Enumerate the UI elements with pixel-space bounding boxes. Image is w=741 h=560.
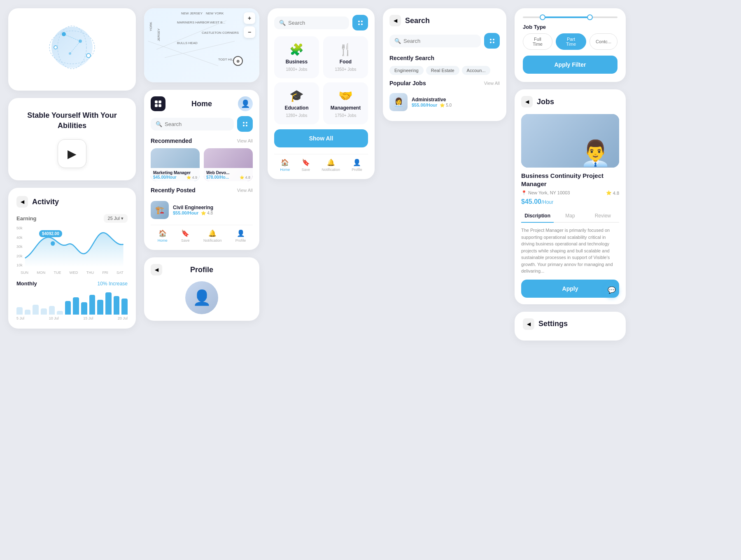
- days-row: SUN MON TUE WED THU FRI SAT: [16, 271, 128, 275]
- nav-home[interactable]: 🏠 Home: [158, 229, 168, 243]
- cat-nav-notification[interactable]: 🔔 Notification: [322, 159, 340, 172]
- jobs-detail-title: Jobs: [537, 98, 554, 106]
- profile-title: Profile: [190, 266, 213, 274]
- tag-engineering[interactable]: Engineering: [389, 66, 424, 75]
- home-search-input[interactable]: [165, 121, 229, 127]
- chat-button[interactable]: 💬: [604, 283, 619, 298]
- home-search-input-wrap[interactable]: 🔍: [151, 118, 234, 131]
- category-action-button[interactable]: [352, 15, 368, 30]
- earning-chart: $4092.00 50k 40k 30k 20k 10k: [16, 226, 128, 267]
- search-screen-title: Search: [405, 16, 430, 25]
- cat-nav-save[interactable]: 🔖 Save: [302, 159, 310, 172]
- profile-back-button[interactable]: ◀: [151, 264, 162, 275]
- category-business[interactable]: 🧩 Business 1800+ Jobs: [274, 36, 319, 78]
- profile-nav-icon: 👤: [237, 229, 245, 237]
- bar: [105, 292, 112, 315]
- business-count: 1800+ Jobs: [286, 67, 308, 72]
- action-dots-cat: [358, 21, 363, 25]
- tab-map[interactable]: Map: [554, 210, 586, 222]
- range-thumb-left[interactable]: [540, 14, 545, 20]
- category-management[interactable]: 🤝 Management 1750+ Jobs: [323, 82, 368, 124]
- cat-profile-icon: 👤: [353, 159, 361, 166]
- logo-dot: [155, 104, 158, 107]
- cat-save-icon: 🔖: [302, 159, 310, 166]
- category-food[interactable]: 🍴 Food 1350+ Jobs: [323, 36, 368, 78]
- user-avatar: 👤: [238, 96, 253, 111]
- filter-card: Job Type Full Time Part Time Contc... Ap…: [515, 8, 626, 82]
- nav-profile[interactable]: 👤 Profile: [235, 229, 246, 243]
- date-badge[interactable]: 25 Jul ▾: [104, 214, 128, 223]
- admin-job-rating: ⭐ 5.0: [440, 103, 452, 107]
- activity-back-button[interactable]: ◀: [16, 196, 28, 208]
- notif-nav-label: Notification: [203, 238, 222, 243]
- recently-posted-row: Recently Posted View All: [151, 187, 253, 194]
- bar: [41, 308, 47, 315]
- stable-card: Stable Yourself With Your Abilities ▶: [8, 98, 136, 180]
- profile-avatar: 👤: [185, 281, 218, 314]
- bar: [16, 307, 23, 315]
- cat-nav-home[interactable]: 🏠 Home: [280, 159, 290, 172]
- full-time-button[interactable]: Full Time: [523, 33, 552, 50]
- home-nav-icon: 🏠: [158, 229, 167, 237]
- nav-save[interactable]: 🔖 Save: [181, 229, 190, 243]
- cat-nav-profile[interactable]: 👤 Profile: [352, 159, 362, 172]
- tab-review[interactable]: Review: [587, 210, 619, 222]
- search-screen-header: ◀ Search: [389, 15, 500, 26]
- job-card-marketing[interactable]: Marketing Manager $45.00/Hour ⭐ 4.9: [151, 148, 200, 181]
- business-label: Business: [286, 59, 308, 65]
- contract-button[interactable]: Contc...: [590, 33, 618, 50]
- tag-realestate[interactable]: Real Estate: [426, 66, 459, 75]
- food-count: 1350+ Jobs: [335, 67, 357, 72]
- range-thumb-right[interactable]: [587, 14, 593, 20]
- bar-dates: 5 Jul 10 Jul 15 Jul 20 Jul: [16, 316, 128, 320]
- view-all-recent[interactable]: View All: [237, 188, 253, 193]
- range-track: [523, 16, 618, 18]
- svg-point-8: [86, 54, 91, 58]
- bar: [49, 306, 55, 315]
- settings-back-button[interactable]: ◀: [523, 318, 534, 330]
- profile-nav-label: Profile: [235, 238, 246, 243]
- category-search-wrap[interactable]: 🔍: [274, 16, 349, 29]
- svg-line-6: [70, 41, 80, 54]
- administrative-job-item[interactable]: 👩‍💼 Administrative $55.00/Hour ⭐ 5.0: [389, 90, 500, 114]
- civil-job-meta: $55.00/Hour ⭐ 4.8: [173, 210, 253, 215]
- category-education[interactable]: 🎓 Education 1280+ Jobs: [274, 82, 319, 124]
- admin-job-info: Administrative $55.00/Hour ⭐ 5.0: [412, 97, 500, 107]
- jobs-back-button[interactable]: ◀: [521, 96, 533, 107]
- job-card-webdev[interactable]: Web Devo... $78.00/Ho... ⭐ 4.8: [204, 148, 253, 181]
- home-app-title: Home: [191, 100, 212, 108]
- search-screen-card: ◀ Search 🔍 Recently Search Engineering R…: [383, 8, 506, 121]
- nav-notification[interactable]: 🔔 Notification: [203, 229, 222, 243]
- monthly-bar-chart: [16, 290, 128, 315]
- civil-job-price: $55.00/Hour: [173, 210, 198, 215]
- search-screen-input-wrap[interactable]: 🔍: [389, 35, 481, 47]
- bar: [33, 305, 39, 315]
- apply-filter-button[interactable]: Apply Filter: [523, 56, 618, 74]
- marketing-job-rating: ⭐ 4.9: [186, 175, 197, 180]
- search-screen-input[interactable]: [403, 38, 476, 44]
- tab-description[interactable]: Discription: [521, 210, 554, 223]
- search-back-button[interactable]: ◀: [389, 15, 401, 26]
- profile-header: ◀ Profile: [151, 264, 253, 275]
- job-type-section: Job Type Full Time Part Time Contc...: [523, 24, 618, 50]
- recommended-section-row: Recommended View All: [151, 138, 253, 144]
- search-action-dots: [490, 39, 494, 43]
- category-search-input[interactable]: [288, 20, 344, 26]
- show-all-button[interactable]: Show All: [274, 129, 368, 147]
- webdev-job-title: Web Devo...: [206, 170, 250, 175]
- earning-chart-svg: [16, 226, 128, 267]
- part-time-button[interactable]: Part Time: [556, 33, 586, 50]
- bar: [97, 300, 103, 315]
- view-all-recommended[interactable]: View All: [237, 138, 253, 143]
- home-search-bar: 🔍: [151, 116, 253, 132]
- tag-account[interactable]: Accoun...: [462, 66, 491, 75]
- recommended-jobs-row: Marketing Manager $45.00/Hour ⭐ 4.9 Web …: [151, 148, 253, 181]
- civil-engineering-item[interactable]: 🏗️ Civil Engineering $55.00/Hour ⭐ 4.8: [151, 198, 253, 222]
- app-logo: [151, 96, 165, 111]
- search-screen-action-btn[interactable]: [484, 33, 500, 49]
- svg-point-7: [54, 46, 57, 49]
- popular-view-all[interactable]: View All: [484, 81, 500, 86]
- home-action-button[interactable]: [237, 116, 253, 132]
- play-button[interactable]: ▶: [58, 139, 86, 168]
- bar: [114, 296, 120, 315]
